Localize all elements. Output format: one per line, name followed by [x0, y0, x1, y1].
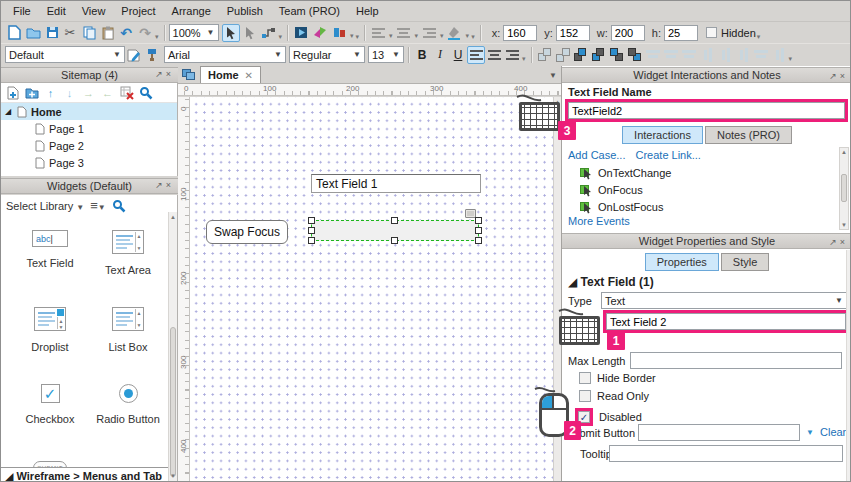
sitemap-item-page3[interactable]: Page 3 — [1, 154, 177, 171]
resize-handle[interactable] — [475, 237, 482, 244]
redo-icon[interactable]: ↷ — [136, 24, 154, 42]
widget-checkbox[interactable]: ✓ Checkbox — [11, 374, 89, 451]
chevron-down-icon[interactable]: ▾ — [350, 32, 354, 42]
event-onlostfocus[interactable]: OnLostFocus — [562, 198, 838, 215]
move-up-icon[interactable]: ↑ — [43, 85, 58, 100]
canvas-swap-focus-button[interactable]: Swap Focus — [206, 220, 288, 244]
indent-icon[interactable]: → — [81, 85, 96, 100]
scroll-up-icon[interactable]: ▲ — [169, 214, 177, 220]
submit-dropdown-icon[interactable]: ▼ — [806, 428, 814, 437]
copy-icon[interactable] — [80, 24, 98, 42]
resize-handle[interactable] — [475, 217, 482, 224]
fill-color-icon[interactable] — [446, 24, 464, 42]
scroll-down-icon[interactable]: ▼ — [840, 222, 848, 228]
menu-edit[interactable]: Edit — [39, 3, 74, 19]
read-only-checkbox[interactable] — [579, 390, 591, 402]
collapse-triangle-icon[interactable]: ◢ — [5, 107, 13, 116]
resize-handle[interactable] — [391, 237, 398, 244]
send-backward-icon[interactable] — [626, 46, 644, 64]
sitemap-item-page1[interactable]: Page 1 — [1, 120, 177, 137]
toolbar-overflow-icon[interactable]: ▾ — [279, 33, 283, 43]
style-preset-combo[interactable]: Default▼ — [5, 46, 125, 63]
publish-share-icon[interactable] — [311, 24, 329, 42]
canvas-text-field-2-selected[interactable] — [311, 220, 479, 241]
undock-icon[interactable]: ↗ — [155, 69, 166, 79]
type-combo[interactable]: Text▼ — [601, 292, 847, 309]
open-file-icon[interactable] — [24, 24, 42, 42]
create-link-link[interactable]: Create Link... — [635, 149, 700, 161]
save-icon[interactable] — [43, 24, 61, 42]
menu-help[interactable]: Help — [348, 3, 387, 19]
close-tab-icon[interactable]: ✕ — [245, 70, 253, 81]
resize-handle[interactable] — [308, 227, 315, 234]
connector-tool-icon[interactable] — [260, 24, 278, 42]
edit-style-icon[interactable] — [125, 46, 143, 64]
undock-icon[interactable]: ↗ — [829, 237, 840, 247]
tab-interactions[interactable]: Interactions — [622, 126, 703, 144]
menu-publish[interactable]: Publish — [219, 3, 271, 19]
canvas-text-field-1[interactable]: Text Field 1 — [311, 174, 481, 193]
undock-icon[interactable]: ↗ — [155, 180, 166, 190]
align-top-edges-icon[interactable] — [698, 46, 716, 64]
italic-button[interactable]: I — [431, 46, 449, 64]
events-scrollbar[interactable]: ▲ ▼ — [839, 147, 849, 230]
scrollbar-thumb[interactable] — [170, 327, 176, 477]
toolbar-overflow-icon[interactable]: ▾ — [356, 33, 360, 43]
tab-style[interactable]: Style — [721, 253, 769, 271]
delete-page-icon[interactable] — [119, 85, 134, 100]
add-folder-icon[interactable] — [24, 85, 39, 100]
select-tool-icon[interactable] — [222, 24, 240, 42]
library-menu-icon[interactable]: ≡▼ — [90, 198, 106, 213]
hint-text-input[interactable] — [606, 313, 846, 330]
font-family-combo[interactable]: Arial▼ — [164, 46, 286, 63]
resize-handle[interactable] — [308, 217, 315, 224]
toolbar-overflow-icon[interactable]: ▾ — [757, 33, 761, 43]
search-icon[interactable] — [112, 199, 126, 213]
design-canvas[interactable]: Text Field 1 Swap Focus — [190, 97, 553, 481]
bring-forward-icon[interactable] — [608, 46, 626, 64]
widget-name-input[interactable] — [568, 102, 845, 119]
generate-icon[interactable] — [330, 24, 348, 42]
move-down-icon[interactable]: ↓ — [62, 85, 77, 100]
add-page-icon[interactable] — [5, 85, 20, 100]
y-input[interactable] — [556, 25, 590, 41]
menu-team[interactable]: Team (PRO) — [271, 3, 348, 19]
widgets-scrollbar[interactable]: ▲ ▼ — [168, 212, 177, 481]
scroll-up-icon[interactable]: ▲ — [840, 149, 848, 155]
align-right-button[interactable] — [503, 46, 521, 64]
resize-handle[interactable] — [391, 217, 398, 224]
line-style-icon[interactable] — [395, 24, 413, 42]
sitemap-item-home[interactable]: ◢ Home — [1, 103, 177, 120]
align-right-edges-icon[interactable] — [680, 46, 698, 64]
widget-list-box[interactable]: ▲▼ List Box — [89, 297, 167, 374]
menu-arrange[interactable]: Arrange — [164, 3, 219, 19]
undo-icon[interactable]: ↶ — [117, 24, 135, 42]
chevron-down-icon[interactable]: ▾ — [466, 32, 470, 42]
send-to-back-icon[interactable] — [590, 46, 608, 64]
distribute-vertical-icon[interactable] — [770, 46, 788, 64]
line-width-icon[interactable] — [369, 24, 387, 42]
event-ontextchange[interactable]: OnTextChange — [562, 164, 838, 181]
new-file-icon[interactable] — [5, 24, 23, 42]
align-left-edges-icon[interactable] — [644, 46, 662, 64]
menu-project[interactable]: Project — [113, 3, 163, 19]
align-bottom-edges-icon[interactable] — [734, 46, 752, 64]
align-centers-icon[interactable] — [662, 46, 680, 64]
cut-icon[interactable]: ✂ — [61, 24, 79, 42]
widget-droplist[interactable]: ▲▼ Droplist — [11, 297, 89, 374]
menu-file[interactable]: File — [5, 3, 39, 19]
clear-link[interactable]: Clear — [820, 426, 846, 438]
menu-view[interactable]: View — [74, 3, 114, 19]
properties-scrollbar[interactable] — [846, 250, 851, 481]
close-icon[interactable]: × — [166, 69, 174, 79]
widget-text-area[interactable]: ▲▼ Text Area — [89, 220, 167, 297]
select-contained-tool-icon[interactable] — [241, 24, 259, 42]
tab-list-dropdown-icon[interactable]: ▼ — [549, 71, 557, 80]
event-onfocus[interactable]: OnFocus — [562, 181, 838, 198]
max-length-input[interactable] — [630, 352, 842, 369]
toolbar-overflow-icon[interactable]: ▾ — [471, 33, 475, 43]
tab-notes[interactable]: Notes (PRO) — [705, 126, 792, 144]
ungroup-icon[interactable] — [554, 46, 572, 64]
arrow-style-icon[interactable] — [420, 24, 438, 42]
paste-icon[interactable] — [99, 24, 117, 42]
